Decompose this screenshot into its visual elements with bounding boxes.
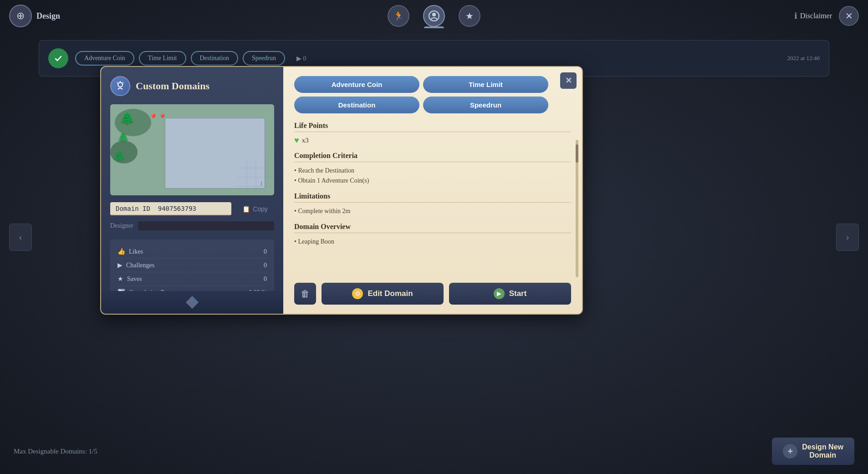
design-new-label: Design NewDomain [802, 443, 843, 459]
top-panel-tabs: Adventure Coin Time Limit Destination Sp… [75, 51, 285, 66]
info-icon: ℹ [794, 11, 797, 21]
close-nav-button[interactable]: ✕ [839, 6, 859, 26]
modal-title-row: Custom Domains [110, 76, 274, 96]
modal-close-button[interactable]: ✕ [560, 72, 577, 89]
panel-tab-adventure-coin[interactable]: Adventure Coin [75, 51, 134, 66]
delete-button[interactable]: 🗑 [294, 283, 316, 305]
svg-point-1 [432, 13, 436, 16]
map-marker-1: 📍 [149, 113, 158, 122]
start-label: Start [509, 289, 527, 298]
nav-center-icons: 🏃 ★ [388, 5, 480, 27]
nav-bookmark-icon[interactable]: ★ [459, 5, 480, 27]
nav-logo: ⊕ Design [9, 5, 60, 27]
life-points-value: x3 [302, 137, 309, 144]
saves-value: 0 [264, 275, 267, 283]
panel-tab-destination[interactable]: Destination [191, 51, 239, 66]
modal-bottom-deco [101, 291, 283, 314]
tab-grid: Adventure Coin Time Limit Destination Sp… [294, 76, 548, 113]
app-title: Design [36, 11, 60, 21]
diamond-icon [186, 296, 199, 309]
copy-icon: 📋 [242, 205, 250, 213]
disclaimer-area: ℹ Disclaimer [794, 11, 832, 21]
criteria-item-1: • Reach the Destination [294, 166, 571, 176]
saves-row: ★ Saves 0 [117, 272, 267, 286]
disclaimer-text: Disclaimer [800, 12, 832, 20]
life-points-title: Life Points [294, 122, 571, 132]
svg-point-2 [118, 82, 123, 87]
life-points-section: Life Points ♥ x3 [294, 122, 571, 145]
play-icon: ▶ 0 [296, 55, 306, 62]
scroll-bar[interactable] [576, 140, 578, 277]
tab-destination[interactable]: Destination [294, 97, 419, 113]
thumbs-up-icon: 👍 [117, 248, 125, 255]
action-row: 🗑 ⚙ Edit Domain ▶ Start [294, 283, 571, 305]
nav-right: ℹ Disclaimer ✕ [794, 6, 859, 26]
limitations-title: Limitations [294, 192, 571, 203]
completion-criteria-section: Completion Criteria • Reach the Destinat… [294, 152, 571, 186]
likes-value: 0 [264, 248, 267, 255]
edit-domain-button[interactable]: ⚙ Edit Domain [322, 283, 444, 305]
heart-icon: ♥ [294, 136, 299, 145]
modal-title: Custom Domains [136, 80, 209, 92]
bottom-bar: Max Designable Domains: 1/5 + Design New… [14, 438, 854, 465]
domain-id-input[interactable] [110, 202, 231, 216]
tab-time-limit[interactable]: Time Limit [423, 76, 548, 93]
logo-icon: ⊕ [9, 5, 32, 27]
likes-label: 👍 Likes [117, 248, 143, 255]
design-new-button[interactable]: + Design NewDomain [772, 438, 854, 465]
map-area: 🌲 🌲 🌲 📍 📍 1 [110, 104, 274, 195]
edit-label: Edit Domain [368, 289, 413, 298]
star-icon: ★ [117, 275, 123, 283]
challenges-row: ▶ Challenges 0 [117, 259, 267, 272]
start-button[interactable]: ▶ Start [449, 283, 571, 305]
copy-label: Copy [253, 205, 268, 213]
nav-arrow-right[interactable]: › [836, 224, 859, 251]
modal-left-panel: Custom Domains 🌲 🌲 🌲 📍 📍 1 📋 Co [101, 67, 283, 314]
limitation-item-1: • Complete within 2m [294, 206, 571, 216]
tree-3: 🌲 [112, 150, 126, 163]
tab-speedrun[interactable]: Speedrun [423, 97, 548, 113]
check-icon [48, 48, 68, 68]
life-points-row: ♥ x3 [294, 136, 571, 145]
play-icon: ▶ [494, 288, 505, 299]
tree-2: 🌲 [117, 132, 129, 143]
panel-play-row: ▶ 0 [296, 55, 306, 62]
likes-row: 👍 Likes 0 [117, 245, 267, 259]
criteria-item-2: • Obtain 1 Adventure Coin(s) [294, 176, 571, 186]
panel-tab-speedrun[interactable]: Speedrun [243, 51, 285, 66]
designer-label: Designer [110, 222, 133, 229]
max-domains-label: Max Designable Domains: 1/5 [14, 448, 97, 455]
tab-adventure-coin[interactable]: Adventure Coin [294, 76, 419, 93]
modal: Custom Domains 🌲 🌲 🌲 📍 📍 1 📋 Co [100, 66, 583, 315]
designer-row: Designer [110, 221, 274, 230]
play-small-icon: ▶ [117, 261, 123, 269]
scroll-thumb [576, 144, 578, 163]
trash-icon: 🗑 [301, 289, 310, 299]
domain-overview-title: Domain Overview [294, 223, 571, 233]
nav-run-icon[interactable]: 🏃 [388, 5, 409, 27]
overview-item-1: • Leaping Boon [294, 237, 571, 247]
saves-label: ★ Saves [117, 275, 142, 283]
gear-icon: ⚙ [352, 288, 363, 299]
copy-button[interactable]: 📋 Copy [236, 203, 274, 215]
plus-icon: + [783, 444, 797, 459]
modal-title-icon [110, 76, 130, 96]
domain-id-row: 📋 Copy [110, 202, 274, 216]
limitations-section: Limitations • Complete within 2m [294, 192, 571, 216]
challenges-value: 0 [264, 262, 267, 269]
designer-value [138, 221, 274, 230]
completion-criteria-title: Completion Criteria [294, 152, 571, 162]
map-marker-2: 📍 [158, 113, 167, 122]
domain-overview-section: Domain Overview • Leaping Boon [294, 223, 571, 247]
panel-tab-time-limit[interactable]: Time Limit [139, 51, 186, 66]
panel-time: 2022 at 12:40 [787, 55, 820, 62]
nav-domain-icon[interactable] [423, 5, 445, 27]
nav-arrow-left[interactable]: ‹ [9, 224, 32, 251]
tree-1: 🌲 [119, 111, 135, 126]
modal-right-panel: ✕ Adventure Coin Time Limit Destination … [283, 67, 582, 314]
challenges-label: ▶ Challenges [117, 261, 154, 269]
top-nav: ⊕ Design 🏃 ★ ℹ Disclaimer ✕ [0, 0, 868, 32]
